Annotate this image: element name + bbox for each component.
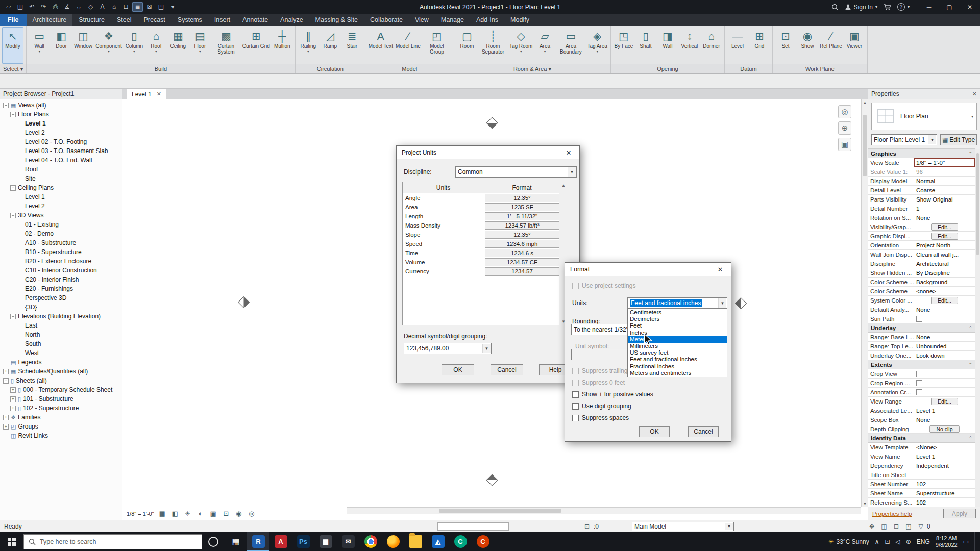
use-digit-grouping-checkbox[interactable]: Use digit grouping: [572, 403, 631, 410]
tool-tag-area[interactable]: ◈Tag Area▾: [586, 27, 608, 64]
panel-label[interactable]: Room & Area ▾: [454, 64, 610, 73]
tool-shaft[interactable]: ▯Shaft: [635, 27, 656, 64]
tree-item-families[interactable]: +❖Families: [0, 413, 122, 422]
tree-item-3d[interactable]: {3D}: [0, 303, 122, 312]
tree-item-000-temporary-schedule-sheet[interactable]: +▯000 - Temporary Schedule Sheet: [0, 385, 122, 394]
show-crop-region-icon[interactable]: ⊡: [222, 509, 231, 518]
start-button[interactable]: [0, 532, 23, 551]
tool-wall[interactable]: ◨Wall: [657, 27, 678, 64]
tool-railing[interactable]: ∥Railing▾: [298, 27, 319, 64]
tab-insert[interactable]: Insert: [208, 14, 236, 26]
tree-item-level-2[interactable]: Level 2: [0, 202, 122, 211]
property-value[interactable]: <None>: [914, 443, 975, 452]
property-value[interactable]: Level 1: [914, 406, 975, 415]
property-value[interactable]: Look down: [914, 351, 975, 360]
tree-toggle-icon[interactable]: −: [10, 314, 16, 319]
search-icon[interactable]: [831, 4, 839, 11]
tree-item-legends[interactable]: ▤Legends: [0, 358, 122, 367]
property-value[interactable]: 102: [914, 498, 975, 507]
property-value[interactable]: [914, 470, 975, 479]
tool-ref-plane[interactable]: ∕Ref Plane: [819, 27, 843, 64]
text-icon[interactable]: A: [97, 2, 108, 12]
tab-systems[interactable]: Systems: [172, 14, 208, 26]
tree-item-groups[interactable]: +◰Groups: [0, 422, 122, 431]
vertical-scrollbar[interactable]: ▲ ▼: [861, 99, 868, 507]
taskbar-app-camtasia[interactable]: C: [449, 532, 472, 551]
editable-only-icon[interactable]: ◫: [879, 523, 889, 530]
unit-name[interactable]: Currency: [403, 267, 484, 276]
tool-tag-room[interactable]: ◇Tag Room▾: [508, 27, 534, 64]
tree-item-elevations-building-elevation[interactable]: −Elevations (Building Elevation): [0, 312, 122, 321]
type-selector[interactable]: Floor Plan ▾: [871, 103, 977, 130]
tool-level[interactable]: ―Level: [727, 27, 748, 64]
edit-button[interactable]: Edit...: [931, 233, 958, 240]
property-value[interactable]: [914, 388, 975, 396]
minimize-button[interactable]: ─: [919, 0, 939, 14]
shadows-icon[interactable]: ◐: [196, 509, 205, 518]
redo-icon[interactable]: ↷: [38, 2, 49, 12]
collapse-icon[interactable]: ⌃: [968, 325, 972, 331]
format-column-header[interactable]: Format: [484, 182, 560, 193]
unit-name[interactable]: Time: [403, 248, 484, 258]
tool-room[interactable]: ▢Room: [456, 27, 478, 64]
tool-viewer[interactable]: ▣Viewer: [844, 27, 865, 64]
tree-toggle-icon[interactable]: −: [3, 103, 9, 108]
tool-grid[interactable]: ⊞Grid: [749, 27, 770, 64]
tree-item-north[interactable]: North: [0, 330, 122, 339]
tab-file[interactable]: File: [0, 14, 27, 26]
property-value[interactable]: Architectural: [914, 259, 975, 268]
taskbar-app-mail[interactable]: ✉: [337, 532, 359, 551]
tab-view[interactable]: View: [409, 14, 435, 26]
unit-format-button[interactable]: 1234.6 mph: [485, 240, 559, 248]
apply-button[interactable]: Apply: [943, 509, 976, 518]
taskbar-app-photos[interactable]: ◭: [427, 532, 449, 551]
option-decimeters[interactable]: Decimeters: [628, 316, 727, 322]
unit-name[interactable]: Slope: [403, 230, 484, 239]
property-value[interactable]: No clip: [914, 424, 975, 433]
tree-toggle-icon[interactable]: +: [3, 424, 9, 430]
property-value[interactable]: 1: [914, 204, 975, 213]
property-value[interactable]: Edit...: [914, 296, 975, 305]
property-value[interactable]: None: [914, 305, 975, 314]
taskbar-app-photoshop[interactable]: Ps: [292, 532, 314, 551]
unit-name[interactable]: Area: [403, 203, 484, 212]
property-value[interactable]: Normal: [914, 177, 975, 185]
no-clip-button[interactable]: No clip: [929, 425, 959, 433]
option-us-survey-feet[interactable]: US survey feet: [628, 349, 727, 356]
taskbar-app-chrome[interactable]: [359, 532, 382, 551]
tool-roof[interactable]: ⌂Roof▾: [145, 27, 167, 64]
project-units-title-bar[interactable]: Project Units ✕: [397, 146, 579, 159]
tab-modify[interactable]: Modify: [504, 14, 535, 26]
tool-floor[interactable]: ▤Floor▾: [189, 27, 211, 64]
tree-item-01-existing[interactable]: 01 - Existing: [0, 220, 122, 229]
tree-toggle-icon[interactable]: +: [3, 369, 9, 374]
press-drag-icon[interactable]: ✥: [867, 523, 877, 530]
ok-button[interactable]: OK: [639, 426, 670, 437]
speaker-icon[interactable]: ◁: [896, 538, 900, 545]
measure-icon[interactable]: ∡: [62, 2, 72, 12]
property-value[interactable]: Edit...: [914, 222, 975, 231]
tree-item-c10-interior-construction[interactable]: C10 - Interior Construction: [0, 266, 122, 275]
tab-add-ins[interactable]: Add-Ins: [470, 14, 504, 26]
tab-manage[interactable]: Manage: [435, 14, 470, 26]
tree-item-sheets-all[interactable]: −▯Sheets (all): [0, 376, 122, 385]
taskbar-app-cortana[interactable]: [202, 532, 225, 551]
tool-curtain-system[interactable]: ▩Curtain System: [211, 27, 241, 64]
tag-icon[interactable]: ◇: [85, 2, 96, 12]
properties-scrollbar[interactable]: [975, 149, 980, 507]
elevation-marker-east[interactable]: [733, 297, 748, 310]
tree-item-site[interactable]: Site: [0, 174, 122, 183]
property-value[interactable]: 102: [914, 480, 975, 488]
unit-name[interactable]: Angle: [403, 193, 484, 203]
property-value[interactable]: Superstructure: [914, 489, 975, 497]
use-project-settings-checkbox[interactable]: Use project settings: [572, 282, 635, 289]
tree-item-views-all[interactable]: −▦Views (all): [0, 101, 122, 110]
tree-item-c20-interior-finish[interactable]: C20 - Interior Finish: [0, 275, 122, 284]
property-value[interactable]: [914, 379, 975, 387]
tree-toggle-icon[interactable]: +: [3, 415, 9, 420]
taskbar-app-revit[interactable]: R: [247, 532, 270, 551]
property-value[interactable]: Level 1: [914, 452, 975, 461]
collapse-icon[interactable]: ⌃: [968, 436, 972, 441]
option-inches[interactable]: Inches: [628, 330, 727, 336]
clock[interactable]: 8:12 AM 9/8/2022: [936, 535, 958, 548]
